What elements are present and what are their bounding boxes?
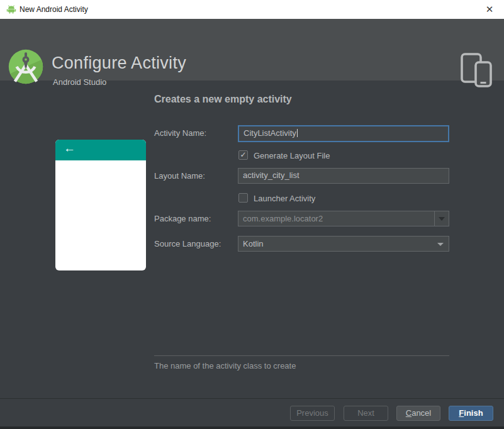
chevron-down-icon bbox=[439, 217, 445, 221]
activity-name-input[interactable]: CityListActivity bbox=[238, 125, 449, 142]
wizard-header: Configure Activity Android Studio bbox=[0, 19, 504, 81]
android-studio-logo-icon bbox=[8, 48, 44, 87]
page-heading: Creates a new empty activity bbox=[154, 94, 292, 105]
checkmark-icon: ✓ bbox=[240, 150, 246, 159]
close-icon[interactable]: ✕ bbox=[475, 0, 504, 19]
previous-button[interactable]: Previous bbox=[290, 406, 335, 421]
wizard-subtitle: Android Studio bbox=[53, 77, 106, 87]
next-button[interactable]: Next bbox=[344, 406, 388, 421]
cancel-button[interactable]: Cancel bbox=[396, 406, 440, 421]
launcher-activity-label[interactable]: Launcher Activity bbox=[254, 194, 315, 203]
android-robot-icon bbox=[6, 5, 16, 16]
hint-divider bbox=[154, 355, 449, 356]
finish-button[interactable]: Finish bbox=[449, 406, 493, 421]
chevron-down-icon bbox=[437, 243, 444, 246]
launcher-activity-checkbox[interactable] bbox=[238, 193, 248, 203]
package-name-combobox[interactable]: com.example.locator2 bbox=[238, 211, 449, 226]
source-language-combobox[interactable]: Kotlin bbox=[238, 236, 449, 252]
phone-tablet-icon bbox=[460, 52, 494, 91]
wizard-title: Configure Activity bbox=[52, 53, 186, 73]
activity-name-label: Activity Name: bbox=[154, 128, 206, 138]
new-android-activity-dialog: New Android Activity ✕ Configure Activit… bbox=[0, 0, 504, 429]
combobox-arrow-button[interactable] bbox=[434, 211, 449, 226]
activity-preview: ← bbox=[55, 140, 146, 270]
generate-layout-label[interactable]: Generate Layout File bbox=[254, 151, 330, 160]
generate-layout-checkbox[interactable]: ✓ bbox=[238, 150, 248, 160]
window-title: New Android Activity bbox=[20, 0, 88, 19]
layout-name-label: Layout Name: bbox=[154, 171, 205, 181]
package-name-label: Package name: bbox=[154, 214, 211, 223]
hint-text: The name of the activity class to create bbox=[154, 361, 296, 370]
source-language-label: Source Language: bbox=[154, 239, 221, 248]
window-bottom-edge bbox=[0, 426, 504, 429]
layout-name-input[interactable]: activity_city_list bbox=[238, 168, 449, 184]
footer-divider bbox=[0, 398, 504, 399]
text-caret bbox=[297, 129, 298, 137]
back-arrow-icon: ← bbox=[64, 142, 76, 155]
titlebar: New Android Activity ✕ bbox=[0, 0, 504, 19]
